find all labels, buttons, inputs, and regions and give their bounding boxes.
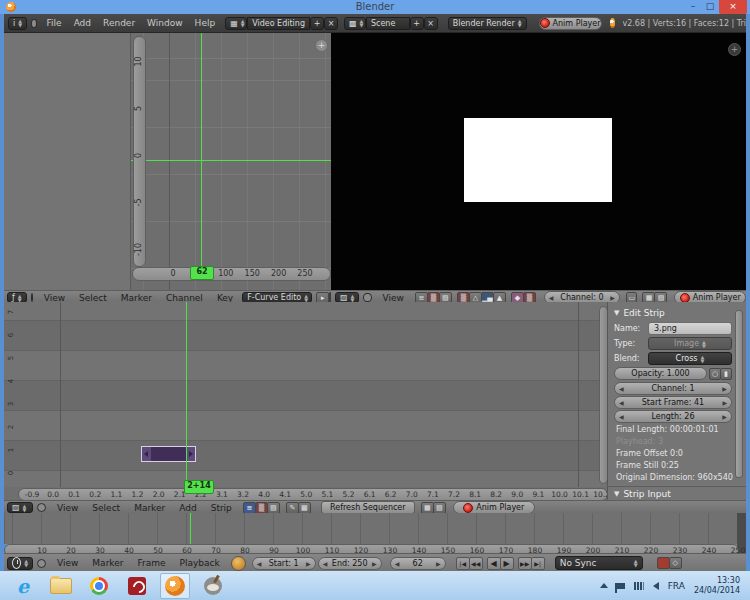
collapse-menus-icon[interactable]	[31, 293, 33, 302]
sequence-and-preview-icon[interactable]: ▧	[267, 502, 280, 514]
channel-number-field[interactable]: ◀Channel: 1▶	[614, 382, 732, 395]
screen-layout-browse-icon[interactable]: ▦▲▼	[225, 17, 247, 30]
adobe-reader-icon[interactable]	[122, 573, 152, 599]
add-screen-layout-button[interactable]: +	[310, 17, 324, 30]
editor-type-sequencer-icon[interactable]: ▨▲▼	[7, 502, 33, 513]
sequencer-vertical-scrollbar[interactable]	[599, 306, 607, 484]
taskbar-clock[interactable]: 13:30 24/04/2014	[694, 576, 740, 596]
menu-item[interactable]: Add	[172, 503, 203, 513]
render-icon[interactable]: ▦	[421, 502, 434, 514]
fcurve-horizontal-scrollbar[interactable]: 050100150200250	[132, 267, 331, 281]
show-hidden-icons-icon[interactable]	[600, 583, 608, 588]
add-scene-button[interactable]: +	[410, 17, 424, 30]
anim-player-button[interactable]: Anim Player	[539, 17, 602, 30]
play-icon[interactable]: ▶	[500, 557, 514, 570]
gimp-icon[interactable]	[198, 573, 228, 599]
jump-to-start-icon[interactable]: |◀	[456, 557, 470, 570]
sequencer-timeline[interactable]: 76543210 2+14 -0.90.00.10.21.11.22.02.12…	[4, 302, 607, 500]
menu-item[interactable]: View	[50, 503, 85, 513]
scene-browse-icon[interactable]: ▩▲▼	[344, 17, 366, 30]
file-explorer-icon[interactable]	[46, 573, 76, 599]
preview-range-icon[interactable]	[231, 556, 246, 571]
collapse-menus-icon[interactable]	[363, 293, 371, 302]
blend-mode-dropdown[interactable]: Cross▲▼	[648, 352, 732, 365]
fcurve-channel-region[interactable]	[4, 33, 130, 290]
screen-layout-name-field[interactable]: Video Editing	[247, 17, 310, 30]
fcurve-playhead-line[interactable]	[201, 33, 202, 267]
start-frame-slider[interactable]: ◀Start: 1▶	[252, 557, 316, 570]
network-icon[interactable]	[634, 582, 644, 590]
render-anim-icon[interactable]: ▧	[433, 502, 446, 514]
menu-item[interactable]: Channel	[159, 293, 210, 303]
menu-item[interactable]: Render	[97, 18, 141, 28]
fcurve-graph[interactable]: 1050-5-10 050100150200250 62 +	[130, 33, 331, 290]
delete-screen-layout-button[interactable]: ×	[324, 17, 338, 30]
chrome-icon[interactable]	[84, 573, 114, 599]
next-keyframe-icon[interactable]: ▶▶	[518, 557, 532, 570]
minimize-button[interactable]: –	[686, 0, 700, 14]
blender-taskbar-icon[interactable]	[160, 573, 190, 599]
maximize-button[interactable]: □	[703, 0, 717, 14]
internet-explorer-icon[interactable]: e	[8, 573, 38, 599]
menu-item[interactable]: Marker	[114, 293, 159, 303]
play-reverse-icon[interactable]: ◀	[487, 557, 501, 570]
editor-type-timeline-icon[interactable]: ▲▼	[7, 557, 33, 570]
delete-scene-button[interactable]: ×	[424, 17, 438, 30]
sequencer-preview[interactable]: +	[331, 33, 746, 290]
menu-item[interactable]: Select	[85, 503, 127, 513]
menu-item[interactable]: Playback	[173, 558, 227, 568]
opacity-slider[interactable]: Opacity: 1.000	[614, 367, 707, 380]
timeline-area[interactable]	[4, 513, 737, 544]
menu-item[interactable]: Help	[189, 18, 222, 28]
collapse-menus-icon[interactable]	[31, 19, 36, 28]
lock-icon[interactable]: ▮	[720, 368, 732, 380]
properties-scrollbar[interactable]	[735, 310, 743, 478]
expand-panel-icon[interactable]: +	[315, 39, 328, 52]
menu-item[interactable]: Strip	[204, 503, 239, 513]
length-field[interactable]: ◀Length: 26▶	[614, 410, 732, 423]
menu-item[interactable]: View	[50, 558, 85, 568]
edit-line-icon[interactable]: ▩	[298, 502, 311, 514]
editor-type-info-icon[interactable]: i▲▼	[8, 17, 27, 30]
grease-pencil-icon[interactable]: ✎	[286, 502, 299, 514]
menu-item[interactable]: View	[37, 293, 72, 303]
language-indicator[interactable]: FRA	[668, 581, 685, 591]
keying-set-icon[interactable]: ◇	[669, 557, 682, 569]
scene-name-field[interactable]: Scene	[366, 17, 410, 30]
end-frame-slider[interactable]: ◀End: 250▶	[318, 557, 382, 570]
sequencer-horizontal-scrollbar[interactable]: -0.90.00.10.21.11.22.02.12.23.13.24.04.1…	[18, 488, 607, 500]
sequence-view-icon[interactable]: ≡	[243, 502, 256, 514]
sequencer-current-frame-badge[interactable]: 2+14	[184, 480, 214, 494]
menu-item[interactable]: File	[41, 18, 68, 28]
menu-item[interactable]: Window	[141, 18, 189, 28]
strip-input-panel-header[interactable]: ▼Strip Input	[614, 489, 671, 499]
menu-item[interactable]: Frame	[130, 558, 172, 568]
menu-item[interactable]: Marker	[85, 558, 130, 568]
sync-mode-dropdown[interactable]: No Sync▲▼	[555, 556, 643, 570]
expand-panel-icon[interactable]: +	[728, 43, 741, 56]
action-center-flag-icon[interactable]	[617, 583, 625, 589]
menu-item[interactable]: View	[376, 293, 411, 303]
menu-item[interactable]: Key	[210, 293, 240, 303]
previous-keyframe-icon[interactable]: ◀◀	[469, 557, 483, 570]
timeline-playhead-line[interactable]	[190, 513, 191, 544]
record-autokey-icon[interactable]	[657, 557, 670, 569]
current-frame-field[interactable]: ◀62▶	[390, 557, 446, 570]
collapse-menus-icon[interactable]	[37, 559, 46, 568]
jump-to-end-icon[interactable]: ▶|	[531, 557, 545, 570]
fcurve-vertical-scrollbar[interactable]: 1050-5-10	[133, 36, 146, 267]
strip-right-handle-icon[interactable]	[189, 451, 193, 457]
fcurve-current-frame-badge[interactable]: 62	[190, 266, 214, 280]
volume-icon[interactable]	[653, 582, 659, 590]
start-frame-field[interactable]: ◀Start Frame: 41▶	[614, 396, 732, 409]
menu-item[interactable]: Add	[68, 18, 97, 28]
edit-strip-panel-header[interactable]: ▼Edit Strip	[614, 308, 665, 318]
strip-left-handle-icon[interactable]	[144, 451, 148, 457]
image-strip[interactable]	[141, 446, 196, 462]
close-button[interactable]: ×	[719, 0, 747, 14]
menu-item[interactable]: Select	[72, 293, 114, 303]
menu-item[interactable]: Marker	[127, 503, 172, 513]
image-preview-icon[interactable]: ▒	[255, 502, 268, 514]
strip-name-field[interactable]: 3.png	[648, 322, 732, 335]
sequencer-playhead-line[interactable]	[186, 302, 187, 485]
